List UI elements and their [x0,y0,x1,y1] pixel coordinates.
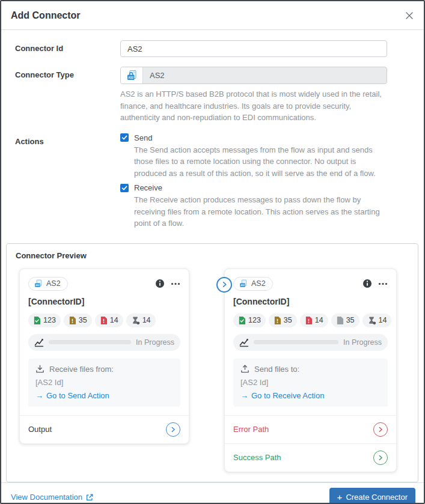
as2-connector-icon: AS2 [121,67,143,83]
stat-value: 123 [43,316,56,324]
as2-badge-icon: AS2 [34,279,43,288]
modal-body: Connector Id Connector Type AS2 [1,30,424,482]
badge-label: AS2 [251,279,266,288]
panel-target-id: [AS2 Id] [35,378,173,387]
chart-line-icon [34,338,44,347]
output-path-row[interactable]: Output [20,415,189,443]
success-path-row[interactable]: Success Path [225,443,396,472]
view-documentation-link[interactable]: View Documentation [11,493,94,502]
chevron-right-icon[interactable] [166,422,180,437]
receive-checkbox-label[interactable]: Receive [134,183,162,192]
download-tray-icon [35,365,44,374]
chevron-right-icon[interactable] [373,422,388,437]
path-label: Output [28,425,52,434]
stat-total: 35 [331,314,359,327]
file-success-icon [33,316,41,325]
path-label: Error Path [233,425,269,434]
panel-heading: Receive files from: [49,365,114,374]
doc-link-label: View Documentation [11,493,82,502]
panel-heading: Send files to: [254,365,299,374]
file-error-icon [100,316,108,325]
hourglass-icon [131,316,140,325]
receive-connector-card: AS2 AS2 [19,269,189,444]
stat-pending: 14 [362,314,392,327]
stat-success: 123 [233,314,266,327]
stat-value: 35 [284,316,292,324]
file-warning-icon [274,316,281,325]
svg-text:AS2: AS2 [128,76,133,79]
create-connector-button[interactable]: + Create Connector [329,488,415,504]
send-action-option: Send The Send action accepts messages fr… [120,133,387,180]
send-checkbox[interactable] [120,133,129,142]
receive-info-panel: Receive files from: [AS2 Id] → Go to Sen… [28,359,180,407]
stat-warning: 35 [64,314,92,327]
send-info-panel: Send files to: [AS2 Id] → Go to Receive … [233,359,388,407]
receive-checkbox[interactable] [120,184,129,192]
go-to-receive-action-link[interactable]: → Go to Receive Action [240,391,381,400]
connector-id-label: Connector Id [15,40,120,57]
more-menu-icon[interactable] [378,282,388,285]
stat-value: 14 [315,316,323,324]
file-neutral-icon [336,316,344,325]
hourglass-icon [367,316,376,325]
connector-id-input[interactable] [120,40,387,57]
go-to-send-action-link[interactable]: → Go to Send Action [35,391,173,400]
panel-link-label: Go to Send Action [46,391,109,400]
info-icon[interactable] [362,279,372,288]
info-icon[interactable] [155,279,165,288]
create-button-label: Create Connector [346,493,408,502]
connector-id-title: [ConnectorID] [233,297,388,306]
connector-type-badge: AS2 AS2 [28,277,68,291]
stat-success: 123 [28,314,61,327]
file-warning-icon [69,316,76,325]
actions-row: Actions Send The Send action accepts mes… [15,133,418,234]
upload-tray-icon [240,365,249,374]
stat-pending: 14 [126,314,156,327]
external-link-icon [85,493,94,502]
svg-text:AS2: AS2 [240,284,245,286]
progress-track [49,340,131,344]
stat-error: 14 [95,314,123,327]
connector-type-input [143,67,387,83]
close-icon[interactable] [405,11,414,20]
panel-target-id: [AS2 Id] [240,378,381,387]
as2-badge-icon: AS2 [239,279,248,288]
file-success-icon [238,316,246,325]
actions-label: Actions [15,133,120,234]
connector-type-badge: AS2 AS2 [233,277,273,291]
connector-id-title: [ConnectorID] [28,297,180,306]
stat-value: 14 [110,316,118,324]
stat-warning: 35 [269,314,297,327]
connector-type-label: Connector Type [15,67,120,124]
progress-indicator: In Progress [28,334,180,351]
progress-indicator: In Progress [233,334,388,351]
connector-preview-panel: Connector Preview AS2 AS2 [6,243,418,482]
progress-status: In Progress [343,338,382,347]
receive-action-option: Receive The Receive action produces mess… [120,183,387,229]
page-title: Add Connector [11,10,81,21]
arrow-right-icon: → [35,391,43,400]
send-checkbox-label[interactable]: Send [134,133,152,142]
panel-link-label: Go to Receive Action [251,391,324,400]
send-connector-card: AS2 AS2 [224,269,397,472]
stat-value: 14 [379,316,387,324]
stat-value: 14 [142,316,151,324]
badge-label: AS2 [46,279,61,288]
stat-value: 123 [248,316,261,324]
arrow-right-icon: → [240,391,248,400]
chevron-right-icon[interactable] [373,451,388,465]
connector-type-row: Connector Type AS2 AS2 is an HTTP/ [15,67,418,124]
connector-type-description: AS2 is an HTTP/S based B2B protocol that… [120,88,387,124]
path-label: Success Path [233,453,281,462]
connector-id-row: Connector Id [15,40,418,57]
send-action-description: The Send action accepts messages from th… [134,144,387,180]
input-chevron-icon[interactable] [216,277,232,293]
add-connector-modal: Add Connector Connector Id Connector Typ… [0,0,425,504]
more-menu-icon[interactable] [171,282,180,285]
svg-text:AS2: AS2 [35,284,40,286]
stat-error: 14 [300,314,328,327]
progress-status: In Progress [136,338,174,347]
stat-value: 35 [346,316,355,324]
error-path-row[interactable]: Error Path [225,415,396,443]
plus-icon: + [337,493,343,502]
